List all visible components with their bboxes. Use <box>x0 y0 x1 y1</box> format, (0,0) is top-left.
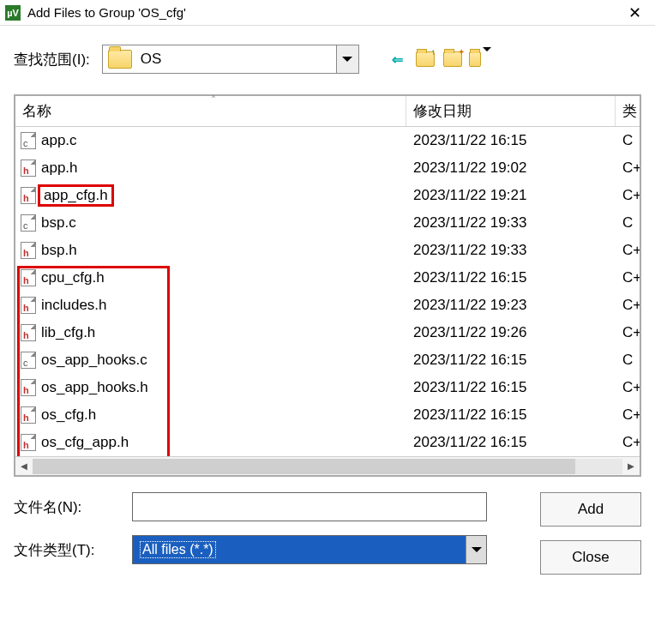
scroll-thumb[interactable] <box>33 459 575 474</box>
header-file-icon <box>21 187 36 204</box>
file-type: C+ <box>616 324 640 341</box>
file-row[interactable]: app_cfg.h2023/11/22 19:21C+ <box>15 182 640 209</box>
file-name: lib_cfg.h <box>41 324 95 341</box>
file-type: C+ <box>616 159 640 177</box>
file-type: C+ <box>616 379 640 396</box>
file-type: C+ <box>616 406 640 424</box>
up-one-level-icon[interactable] <box>414 48 436 70</box>
c-file-icon <box>21 352 36 369</box>
file-date: 2023/11/22 16:15 <box>406 406 616 424</box>
file-row[interactable]: os_app_hooks.h2023/11/22 16:15C+ <box>15 374 640 401</box>
close-button[interactable]: Close <box>540 540 641 575</box>
file-date: 2023/11/22 16:15 <box>406 269 616 286</box>
scroll-left-icon[interactable]: ◄ <box>15 459 33 474</box>
folder-icon <box>108 50 132 69</box>
horizontal-scrollbar[interactable]: ◄ ► <box>15 456 640 475</box>
file-name: os_cfg_app.h <box>41 434 129 451</box>
file-row[interactable]: os_app_hooks.c2023/11/22 16:15C <box>15 346 640 374</box>
title-bar: µV Add Files to Group 'OS_cfg' ✕ <box>0 0 655 26</box>
file-row[interactable]: app.c2023/11/22 16:15C <box>15 127 640 154</box>
app-icon: µV <box>5 5 21 21</box>
file-type: C <box>616 352 640 369</box>
lookin-label: 查找范围(I): <box>14 50 90 69</box>
filetype-value: All files (*.*) <box>140 541 216 558</box>
file-date: 2023/11/22 19:33 <box>406 242 616 259</box>
filetype-combo[interactable]: All files (*.*) <box>132 535 487 564</box>
file-row[interactable]: bsp.c2023/11/22 19:33C <box>15 209 640 237</box>
file-date: 2023/11/22 16:15 <box>406 132 616 149</box>
file-date: 2023/11/22 19:33 <box>406 214 616 232</box>
file-name: includes.h <box>41 297 107 314</box>
file-name: app.h <box>41 159 78 177</box>
header-file-icon <box>21 434 36 451</box>
file-name: cpu_cfg.h <box>41 269 105 286</box>
file-date: 2023/11/22 19:26 <box>406 324 616 341</box>
header-file-icon <box>21 269 36 286</box>
column-header-type[interactable]: 类 <box>616 96 640 126</box>
file-type: C+ <box>616 434 640 451</box>
header-file-icon <box>21 159 36 177</box>
file-date: 2023/11/22 16:15 <box>406 352 616 369</box>
file-rows: app.c2023/11/22 16:15C app.h2023/11/22 1… <box>15 127 640 456</box>
file-row[interactable]: cpu_cfg.h2023/11/22 16:15C+ <box>15 264 640 292</box>
header-file-icon <box>21 406 36 424</box>
file-name: os_cfg.h <box>41 406 96 424</box>
file-date: 2023/11/22 16:15 <box>406 434 616 451</box>
header-file-icon <box>21 242 36 259</box>
lookin-combo[interactable]: OS <box>102 45 359 74</box>
c-file-icon <box>21 132 36 149</box>
file-row[interactable]: includes.h2023/11/22 19:23C+ <box>15 292 640 319</box>
filename-input[interactable] <box>132 492 487 521</box>
header-file-icon <box>21 379 36 396</box>
header-file-icon <box>21 297 36 314</box>
file-type: C+ <box>616 297 640 314</box>
file-type: C <box>616 132 640 149</box>
file-row[interactable]: os_cfg.h2023/11/22 16:15C+ <box>15 401 640 429</box>
file-name: app_cfg.h <box>38 184 114 207</box>
file-row[interactable]: lib_cfg.h2023/11/22 19:26C+ <box>15 319 640 346</box>
scroll-right-icon[interactable]: ► <box>622 459 640 474</box>
back-icon[interactable]: ⇐ <box>387 48 409 70</box>
column-header-date[interactable]: 修改日期 <box>406 96 616 126</box>
file-date: 2023/11/22 16:15 <box>406 379 616 396</box>
c-file-icon <box>21 214 36 232</box>
window-title: Add Files to Group 'OS_cfg' <box>27 5 614 20</box>
file-list: ˄ 名称 修改日期 类 app.c2023/11/22 16:15C app.h… <box>14 94 641 477</box>
chevron-down-icon[interactable] <box>336 45 358 73</box>
file-date: 2023/11/22 19:21 <box>406 187 616 204</box>
file-type: C+ <box>616 269 640 286</box>
file-row[interactable]: app.h2023/11/22 19:02C+ <box>15 154 640 182</box>
filename-label: 文件名(N): <box>14 497 132 517</box>
add-button[interactable]: Add <box>540 492 641 527</box>
sort-indicator-icon: ˄ <box>211 94 216 106</box>
file-row[interactable]: os_cfg_app.h2023/11/22 16:15C+ <box>15 429 640 456</box>
scroll-track[interactable] <box>33 459 622 474</box>
file-name: os_app_hooks.c <box>41 352 147 369</box>
file-name: os_app_hooks.h <box>41 379 148 396</box>
close-icon[interactable]: ✕ <box>614 0 655 26</box>
view-menu-icon[interactable] <box>469 48 491 70</box>
file-type: C+ <box>616 242 640 259</box>
file-name: bsp.h <box>41 242 77 259</box>
file-name: bsp.c <box>41 214 76 232</box>
file-name: app.c <box>41 132 77 149</box>
lookin-folder-name: OS <box>137 51 336 68</box>
header-file-icon <box>21 324 36 341</box>
file-date: 2023/11/22 19:23 <box>406 297 616 314</box>
chevron-down-icon[interactable] <box>466 536 486 563</box>
filetype-label: 文件类型(T): <box>14 540 132 560</box>
column-headers: ˄ 名称 修改日期 类 <box>15 96 640 127</box>
file-type: C+ <box>616 187 640 204</box>
file-type: C <box>616 214 640 232</box>
file-row[interactable]: bsp.h2023/11/22 19:33C+ <box>15 237 640 264</box>
file-date: 2023/11/22 19:02 <box>406 159 616 177</box>
new-folder-icon[interactable] <box>442 48 464 70</box>
